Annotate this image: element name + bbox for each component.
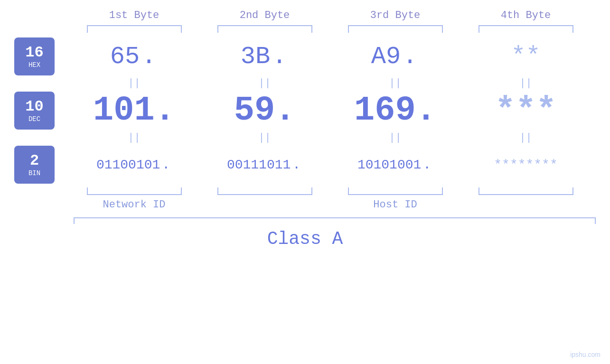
- bin-dot-2: .: [292, 158, 300, 172]
- bin-base-number: 2: [30, 152, 39, 169]
- bin-dot-1: .: [162, 158, 170, 172]
- bin-values-area: 01100101 . 00111011 . 10101001 . *******…: [69, 158, 610, 172]
- hex-value-2: 3B: [241, 43, 270, 71]
- bot-bracket-2: [217, 187, 312, 195]
- dec-value-3: 169: [354, 91, 416, 130]
- id-labels-row: Network ID Host ID: [69, 199, 610, 211]
- bottom-bracket-row: [69, 187, 610, 195]
- dec-cell-1: 101 .: [69, 91, 199, 130]
- hex-base-number: 16: [25, 44, 43, 61]
- bin-value-2: 00111011: [227, 158, 291, 172]
- dec-dot-3: .: [416, 91, 436, 130]
- bin-cell-3: 10101001 .: [330, 158, 460, 172]
- main-container: 1st Byte 2nd Byte 3rd Byte 4th Byte 16 H…: [0, 0, 610, 364]
- bin-dot-3: .: [423, 158, 431, 172]
- eq-cell-2-2: ||: [199, 132, 330, 144]
- hex-value-3: A9: [371, 43, 401, 71]
- bracket-cell-1: [69, 25, 199, 33]
- bin-value-1: 01100101: [96, 158, 160, 172]
- eq-cell-1-2: ||: [199, 77, 330, 89]
- dec-value-2: 59: [234, 91, 275, 130]
- equals-row-1: || || || ||: [69, 77, 610, 89]
- bracket-cell-2: [199, 25, 330, 33]
- bot-bracket-cell-4: [460, 187, 591, 195]
- top-bracket-4: [479, 25, 573, 33]
- network-id-label: Network ID: [69, 199, 199, 211]
- bin-row: 2 BIN 01100101 . 00111011 . 10101001 . *…: [0, 146, 610, 184]
- top-bracket-1: [87, 25, 182, 33]
- bot-bracket-cell-3: [330, 187, 460, 195]
- dec-base-label: DEC: [28, 115, 40, 123]
- dec-cell-4: ***: [460, 91, 591, 130]
- dec-cell-3: 169 .: [330, 91, 460, 130]
- bot-bracket-3: [348, 187, 443, 195]
- hex-cell-2: 3B .: [199, 43, 330, 71]
- top-bracket-3: [348, 25, 443, 33]
- equals-row-2: || || || ||: [69, 132, 610, 144]
- hex-dot-1: .: [141, 43, 156, 71]
- dec-value-4: ***: [495, 91, 557, 130]
- bot-bracket-4: [479, 187, 573, 195]
- bin-cell-4: ********: [460, 158, 591, 172]
- hex-base-label: HEX: [28, 61, 40, 69]
- watermark: ipshu.com: [570, 351, 601, 358]
- hex-values-area: 65 . 3B . A9 . **: [69, 43, 610, 71]
- hex-value-4: **: [511, 43, 540, 71]
- bin-value-4: ********: [494, 158, 557, 172]
- class-label: Class A: [267, 229, 343, 249]
- byte-headers-row: 1st Byte 2nd Byte 3rd Byte 4th Byte: [69, 9, 610, 21]
- eq-cell-2-1: ||: [69, 132, 199, 144]
- dec-values-area: 101 . 59 . 169 . ***: [69, 91, 610, 130]
- bin-value-3: 10101001: [357, 158, 421, 172]
- dec-base-number: 10: [25, 98, 43, 115]
- bracket-cell-3: [330, 25, 460, 33]
- bot-bracket-cell-1: [69, 187, 199, 195]
- hex-cell-1: 65 .: [69, 43, 199, 71]
- bracket-cell-4: [460, 25, 591, 33]
- bin-cell-2: 00111011 .: [199, 158, 330, 172]
- byte-header-3: 3rd Byte: [330, 9, 460, 21]
- dec-dot-1: .: [155, 91, 175, 130]
- hex-dot-3: .: [403, 43, 417, 71]
- hex-value-1: 65: [110, 43, 140, 71]
- top-bracket-row: [69, 25, 610, 33]
- bot-bracket-cell-2: [199, 187, 330, 195]
- host-id-label: Host ID: [199, 199, 591, 211]
- byte-header-1: 1st Byte: [69, 9, 199, 21]
- dec-value-1: 101: [93, 91, 155, 130]
- hex-cell-4: **: [460, 43, 591, 71]
- class-bracket-row: [69, 217, 601, 224]
- top-bracket-2: [217, 25, 312, 33]
- bin-badge: 2 BIN: [14, 146, 55, 184]
- hex-badge: 16 HEX: [14, 37, 55, 75]
- bin-base-label: BIN: [28, 169, 40, 177]
- dec-cell-2: 59 .: [199, 91, 330, 130]
- bin-cell-1: 01100101 .: [69, 158, 199, 172]
- hex-dot-2: .: [272, 43, 287, 71]
- byte-header-4: 4th Byte: [460, 9, 591, 21]
- eq-cell-2-3: ||: [330, 132, 460, 144]
- eq-cell-1-3: ||: [330, 77, 460, 89]
- class-bracket-line: [74, 217, 596, 224]
- hex-row: 16 HEX 65 . 3B . A9 . **: [0, 37, 610, 75]
- eq-cell-2-4: ||: [460, 132, 591, 144]
- hex-cell-3: A9 .: [330, 43, 460, 71]
- byte-header-2: 2nd Byte: [199, 9, 330, 21]
- dec-badge: 10 DEC: [14, 92, 55, 130]
- class-label-row: Class A: [0, 229, 610, 249]
- eq-cell-1-4: ||: [460, 77, 591, 89]
- eq-cell-1-1: ||: [69, 77, 199, 89]
- dec-dot-2: .: [275, 91, 295, 130]
- bot-bracket-1: [87, 187, 182, 195]
- dec-row: 10 DEC 101 . 59 . 169 . ***: [0, 91, 610, 130]
